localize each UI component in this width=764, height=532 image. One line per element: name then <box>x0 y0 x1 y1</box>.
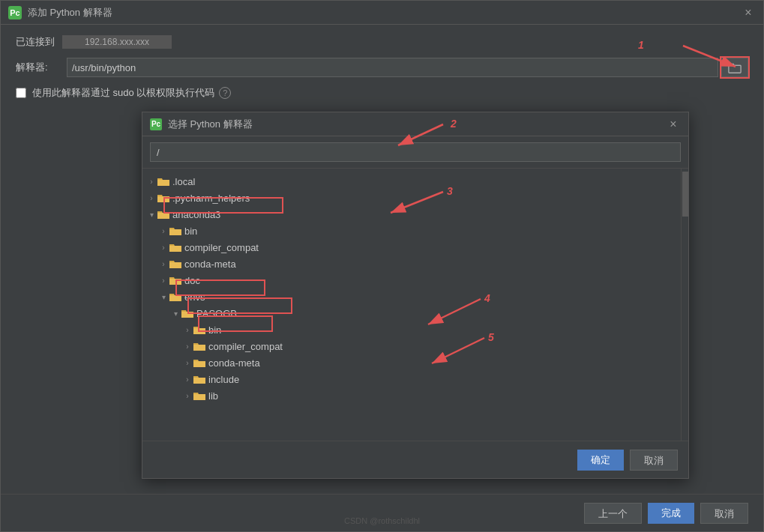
folder-icon-conda_meta1 <box>169 259 181 269</box>
tree-label-pycharm_helpers: .pycharm_helpers <box>172 193 250 204</box>
inner-pycharm-icon: Pc <box>150 118 162 130</box>
connected-row: 已连接到 192.168.xxx.xxx <box>16 35 748 49</box>
inner-dialog: Pc 选择 Python 解释器 × ›.local›.pycharm_help… <box>142 112 689 479</box>
tree-item-compiler_compat1[interactable]: ›compiler_compat <box>142 239 681 256</box>
tree-toggle-bin1[interactable]: › <box>157 227 169 235</box>
folder-icon-include <box>193 374 205 384</box>
tree-toggle-include[interactable]: › <box>181 375 193 384</box>
browse-button[interactable] <box>721 58 748 77</box>
tree-label-bin1: bin <box>184 226 197 237</box>
outer-dialog-close-button[interactable]: × <box>741 5 756 20</box>
tree-label-doc1: doc <box>184 275 200 286</box>
interpreter-row: 解释器: <box>16 58 748 77</box>
tree-toggle-pycharm_helpers[interactable]: › <box>145 194 157 202</box>
watermark: CSDN @rothschildhl <box>344 516 420 525</box>
connected-value: 192.168.xxx.xxx <box>62 35 172 49</box>
tree-toggle-conda_meta2[interactable]: › <box>181 359 193 367</box>
tree-toggle-bin2[interactable]: › <box>181 326 193 334</box>
prev-button[interactable]: 上一个 <box>584 503 642 524</box>
folder-icon-doc1 <box>169 275 181 285</box>
tree-toggle-lib[interactable]: › <box>181 392 193 400</box>
folder-icon-anaconda3 <box>157 209 169 220</box>
tree-toggle-conda_meta1[interactable]: › <box>157 260 169 268</box>
tree-item-bin2[interactable]: ›bin <box>142 321 681 338</box>
tree-label-include: include <box>208 374 239 385</box>
tree-toggle-pasogb[interactable]: ▾ <box>169 309 181 318</box>
tree-label-compiler_compat2: compiler_compat <box>208 341 283 352</box>
outer-dialog: Pc 添加 Python 解释器 × 已连接到 192.168.xxx.xxx … <box>0 0 764 532</box>
tree-toggle-envs[interactable]: ▾ <box>157 293 169 301</box>
checkbox-row: 使用此解释器通过 sudo 以根权限执行代码 ? <box>16 86 748 100</box>
tree-label-local: .local <box>172 176 195 187</box>
tree-label-lib: lib <box>208 390 218 402</box>
pycharm-icon: Pc <box>8 6 22 19</box>
finish-button[interactable]: 完成 <box>648 503 694 524</box>
tree-label-conda_meta2: conda-meta <box>208 357 260 369</box>
tree-item-pasogb[interactable]: ▾PASOGB <box>142 305 681 321</box>
tree-label-conda_meta1: conda-meta <box>184 259 236 270</box>
sudo-checkbox[interactable] <box>16 88 26 98</box>
folder-icon-bin2 <box>193 324 205 335</box>
tree-item-bin1[interactable]: ›bin <box>142 223 681 239</box>
interpreter-input[interactable] <box>67 58 718 77</box>
tree-item-envs[interactable]: ▾envs <box>142 288 681 305</box>
sudo-label: 使用此解释器通过 sudo 以根权限执行代码 <box>32 86 214 100</box>
scrollbar[interactable] <box>681 169 688 461</box>
tree-item-conda_meta1[interactable]: ›conda-meta <box>142 256 681 272</box>
tree-label-bin2: bin <box>208 324 221 336</box>
tree-label-compiler_compat1: compiler_compat <box>184 242 259 253</box>
help-icon[interactable]: ? <box>219 87 231 99</box>
tree-area: ›.local›.pycharm_helpers▾anaconda3›bin›c… <box>142 169 688 461</box>
tree-label-anaconda3: anaconda3 <box>172 209 220 220</box>
tree-item-anaconda3[interactable]: ▾anaconda3 <box>142 206 681 223</box>
folder-icon-local <box>157 176 169 187</box>
outer-dialog-title: 添加 Python 解释器 <box>28 6 741 19</box>
tree-label-pasogb: PASOGB <box>196 308 237 319</box>
inner-dialog-footer: 确定 取消 <box>142 441 688 478</box>
connected-label: 已连接到 <box>16 35 55 49</box>
tree-item-include[interactable]: ›include <box>142 371 681 387</box>
tree-item-compiler_compat2[interactable]: ›compiler_compat <box>142 338 681 354</box>
outer-dialog-body: 已连接到 192.168.xxx.xxx 解释器: 使用此解释器通过 sudo … <box>1 25 763 118</box>
folder-icon-envs <box>169 291 181 302</box>
tree-toggle-anaconda3[interactable]: ▾ <box>145 211 157 219</box>
folder-icon-lib <box>193 390 205 401</box>
tree-label-envs: envs <box>184 291 205 303</box>
outer-dialog-titlebar: Pc 添加 Python 解释器 × <box>1 1 763 25</box>
folder-icon-bin1 <box>169 226 181 236</box>
outer-dialog-footer: 上一个 完成 取消 <box>1 494 763 531</box>
folder-icon-conda_meta2 <box>193 357 205 368</box>
folder-icon-pasogb <box>181 308 193 318</box>
tree-toggle-local[interactable]: › <box>145 178 157 186</box>
tree-item-conda_meta2[interactable]: ›conda-meta <box>142 354 681 371</box>
folder-icon-compiler_compat2 <box>193 341 205 351</box>
outer-cancel-button[interactable]: 取消 <box>700 503 748 524</box>
inner-dialog-close-button[interactable]: × <box>666 117 681 132</box>
tree-toggle-compiler_compat1[interactable]: › <box>157 244 169 252</box>
tree-toggle-compiler_compat2[interactable]: › <box>181 342 193 351</box>
tree-toggle-doc1[interactable]: › <box>157 276 169 285</box>
tree-item-doc1[interactable]: ›doc <box>142 272 681 288</box>
cancel-button[interactable]: 取消 <box>630 450 678 471</box>
confirm-button[interactable]: 确定 <box>577 450 624 471</box>
file-tree: ›.local›.pycharm_helpers▾anaconda3›bin›c… <box>142 169 681 461</box>
inner-dialog-titlebar: Pc 选择 Python 解释器 × <box>142 112 688 136</box>
tree-item-pycharm_helpers[interactable]: ›.pycharm_helpers <box>142 190 681 206</box>
path-input[interactable] <box>150 142 681 162</box>
tree-item-lib[interactable]: ›lib <box>142 387 681 404</box>
interpreter-label: 解释器: <box>16 61 61 74</box>
path-input-row <box>142 136 688 169</box>
tree-item-local[interactable]: ›.local <box>142 173 681 190</box>
folder-icon-pycharm_helpers <box>157 193 169 203</box>
folder-icon-compiler_compat1 <box>169 242 181 253</box>
inner-dialog-title: 选择 Python 解释器 <box>168 118 666 131</box>
svg-rect-0 <box>729 65 741 73</box>
